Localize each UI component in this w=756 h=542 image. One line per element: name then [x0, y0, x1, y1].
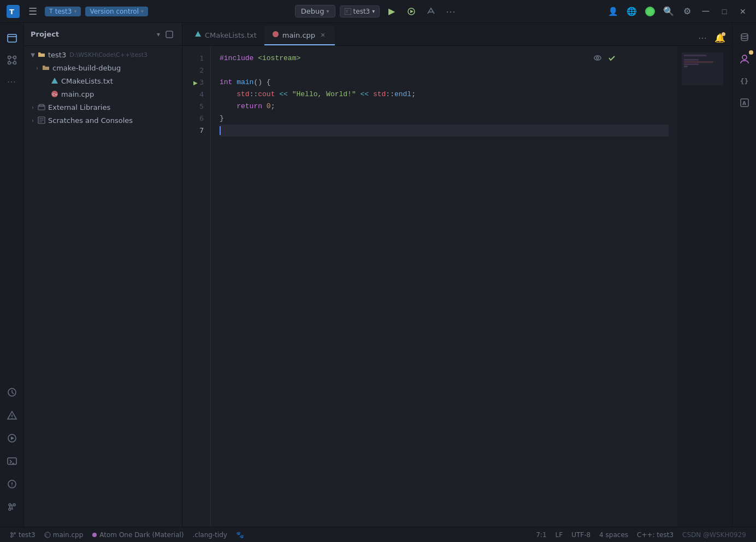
status-cursor-pos[interactable]: 7:1 — [533, 527, 550, 542]
tree-item-main-cpp[interactable]: C+ main.cpp — [24, 87, 182, 101]
status-line-ending[interactable]: LF — [552, 527, 566, 542]
more-actions-button[interactable]: ⋯ — [443, 4, 458, 19]
project-tag[interactable]: T test3 ▾ — [45, 7, 81, 16]
activity-run-configs-icon[interactable] — [2, 428, 22, 448]
code-line-5[interactable]: return 0; — [220, 101, 669, 113]
code-line-6[interactable]: } — [220, 113, 669, 125]
folder-icon — [42, 63, 50, 72]
debug-config-dropdown[interactable]: Debug ▾ — [295, 5, 335, 17]
tree-item-scratches-consoles[interactable]: › Scratches and Consoles — [24, 114, 182, 127]
paw-icon: 🐾 — [236, 531, 244, 539]
close-button[interactable]: ✕ — [735, 4, 751, 19]
code-content[interactable]: #include <iostream> int main() { std::co… — [211, 46, 677, 527]
tab-close-button[interactable]: ✕ — [318, 31, 327, 39]
status-bar: test3 C main.cpp Atom One Dark (Material… — [0, 527, 756, 542]
chevron-right-icon: › — [28, 103, 37, 111]
status-language-label: C++: test3 — [637, 531, 674, 539]
editor-eye-icon[interactable] — [592, 52, 603, 63]
line-num-1: 1 — [182, 52, 210, 64]
right-panel-badge — [749, 50, 753, 55]
activity-terminal-icon[interactable] — [2, 451, 22, 471]
tree-item-cmake-build-debug[interactable]: › cmake-build-debug — [24, 61, 182, 74]
cmake-file-icon — [50, 76, 59, 85]
status-clang-tidy[interactable]: .clang-tidy — [190, 527, 231, 542]
activity-modules-icon[interactable] — [2, 50, 22, 70]
status-indicator-button[interactable] — [642, 4, 658, 19]
activity-warning-icon[interactable] — [2, 405, 22, 425]
right-panel-structure-icon[interactable]: {} — [735, 71, 754, 91]
right-panel-font-icon[interactable]: A — [735, 93, 754, 113]
no-chevron — [42, 90, 50, 98]
svg-point-26 — [11, 486, 13, 487]
debug-run-button[interactable] — [404, 4, 419, 19]
tree-label-cmake-build-debug: cmake-build-debug — [52, 64, 121, 72]
debug-config-label: Debug — [301, 7, 324, 15]
status-theme[interactable]: Atom One Dark (Material) — [88, 527, 187, 542]
right-panel-db-icon[interactable] — [735, 27, 754, 47]
settings-button[interactable]: ⚙ — [680, 4, 695, 19]
svg-point-48 — [11, 532, 13, 534]
right-panel: {} A — [732, 23, 756, 527]
build-button[interactable] — [423, 4, 439, 19]
activity-problems-icon[interactable] — [2, 474, 22, 494]
tab-CMakeLists[interactable]: CMakeLists.txt — [187, 26, 264, 45]
tree-item-CMakeLists[interactable]: CMakeLists.txt — [24, 74, 182, 87]
svg-marker-5 — [410, 10, 414, 13]
code-line-4[interactable]: std::cout << "Hello, World!" << std::end… — [220, 89, 669, 101]
run-config-tag[interactable]: T test3 ▾ — [340, 5, 380, 17]
editor[interactable]: 1 2 ▶ 3 4 5 6 7 — [182, 46, 732, 527]
status-paw[interactable]: 🐾 — [233, 527, 247, 542]
line-num-6: 6 — [182, 113, 210, 125]
svg-point-12 — [13, 62, 16, 64]
maximize-button[interactable]: □ — [717, 4, 732, 19]
title-bar-left: T ☰ T test3 ▾ Version control ▾ — [5, 4, 148, 19]
translate-button[interactable]: 🌐 — [624, 4, 639, 19]
run-gutter-button[interactable]: ▶ — [193, 80, 198, 85]
scratches-icon — [37, 116, 46, 125]
svg-point-43 — [596, 57, 599, 59]
activity-project-icon[interactable] — [2, 28, 22, 48]
minimize-button[interactable]: ─ — [698, 4, 713, 19]
status-indent-label: 4 spaces — [599, 531, 628, 539]
search-button[interactable]: 🔍 — [661, 4, 676, 19]
tree-label-external-libraries: External Libraries — [48, 103, 110, 111]
status-file[interactable]: C main.cpp — [41, 527, 87, 542]
svg-point-53 — [92, 533, 97, 537]
tab-bar-notification-button[interactable]: 🔔 — [712, 30, 728, 45]
tree-label-main-cpp: main.cpp — [61, 90, 94, 98]
run-button[interactable]: ▶ — [384, 4, 399, 19]
version-control-label: Version control — [90, 8, 139, 15]
line-num-5: 5 — [182, 101, 210, 113]
folder-open-icon — [37, 50, 46, 59]
status-watermark: CSDN @WSKH0929 — [679, 527, 749, 542]
version-control-tag[interactable]: Version control ▾ — [85, 7, 148, 16]
svg-point-29 — [9, 508, 11, 510]
activity-more-icon[interactable]: ··· — [2, 72, 22, 92]
tree-item-external-libraries[interactable]: › External Libraries — [24, 101, 182, 114]
sidebar-new-file-button[interactable] — [163, 28, 175, 40]
code-line-2[interactable] — [220, 64, 669, 76]
code-line-7[interactable] — [220, 125, 669, 137]
right-panel-user-icon[interactable] — [735, 49, 754, 69]
tab-bar-more-button[interactable]: ⋯ — [695, 30, 710, 45]
line-num-3: ▶ 3 — [182, 76, 210, 89]
status-language[interactable]: C++: test3 — [634, 527, 677, 542]
editor-check-icon[interactable] — [606, 52, 617, 63]
status-encoding[interactable]: UTF-8 — [568, 527, 594, 542]
status-indent[interactable]: 4 spaces — [596, 527, 631, 542]
tab-main-cpp[interactable]: main.cpp ✕ — [264, 26, 335, 45]
app-logo[interactable]: T — [5, 4, 21, 19]
tab-bar: CMakeLists.txt main.cpp ✕ ⋯ 🔔 — [182, 23, 732, 46]
status-file-label: main.cpp — [53, 531, 84, 539]
hamburger-menu-button[interactable]: ☰ — [25, 4, 40, 19]
svg-marker-40 — [195, 31, 201, 37]
sidebar-tree: ▼ test3 D:\WSKH\Code\C++\test3 › cmake-b… — [24, 46, 182, 527]
profile-button[interactable]: 👤 — [605, 4, 621, 19]
code-line-3[interactable]: int main() { — [220, 76, 669, 89]
activity-history-icon[interactable] — [2, 382, 22, 402]
status-git-branch[interactable]: test3 — [7, 527, 39, 542]
svg-rect-30 — [166, 31, 173, 38]
tree-item-test3[interactable]: ▼ test3 D:\WSKH\Code\C++\test3 — [24, 48, 182, 61]
activity-git-icon[interactable] — [2, 497, 22, 517]
sidebar-dropdown-arrow: ▾ — [157, 31, 160, 38]
